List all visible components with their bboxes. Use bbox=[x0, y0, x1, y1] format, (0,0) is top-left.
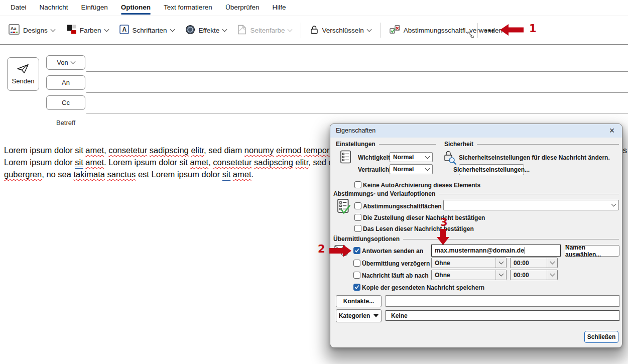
importance-label: Wichtigkeit bbox=[358, 154, 390, 161]
svg-text:Aa: Aa bbox=[11, 26, 17, 31]
categories-value: Keine bbox=[391, 312, 408, 319]
to-label: An bbox=[62, 79, 70, 86]
voting-buttons-combo[interactable] bbox=[443, 200, 619, 210]
seitenfarbe-label: Seitenfarbe bbox=[250, 27, 285, 34]
reply-to-value: max.mustermann@domain.de bbox=[435, 247, 524, 254]
defer-date-select[interactable]: Ohne bbox=[431, 258, 507, 268]
read-receipt-checkbox[interactable] bbox=[354, 225, 361, 232]
reply-to-checkbox[interactable] bbox=[353, 247, 360, 254]
seitenfarbe-button[interactable]: Seitenfarbe bbox=[234, 22, 295, 39]
verschluesseln-button[interactable]: Verschlüsseln bbox=[307, 22, 374, 39]
close-icon[interactable]: × bbox=[606, 125, 618, 137]
dialog-launcher-icon[interactable] bbox=[467, 31, 474, 40]
dropdown-triangle-icon bbox=[373, 314, 379, 317]
menu-ueberpruefen[interactable]: Überprüfen bbox=[219, 0, 266, 16]
read-receipt-label[interactable]: Das Lesen dieser Nachricht bestätigen bbox=[363, 225, 474, 232]
cc-field-line[interactable] bbox=[86, 113, 628, 113]
annotation-number-3: 3 bbox=[440, 216, 448, 228]
schriftarten-button[interactable]: A Schriftarten bbox=[116, 22, 178, 39]
contacts-field[interactable] bbox=[386, 295, 619, 307]
expires-date-select[interactable]: Ohne bbox=[431, 270, 507, 280]
voting-checkboxes-icon bbox=[390, 25, 400, 36]
designs-icon: Aa bbox=[9, 24, 20, 36]
group-abstimmung: Abstimmungs- und Verlaufoptionen bbox=[333, 190, 619, 197]
defer-time-select[interactable]: 00:00 bbox=[510, 258, 558, 268]
dialog-title: Eigenschaften bbox=[330, 124, 622, 138]
autoarchive-label[interactable]: Keine AutoArchivierung dieses Elements bbox=[363, 182, 480, 189]
ribbon-separator bbox=[380, 23, 381, 38]
menu-datei[interactable]: Datei bbox=[4, 0, 33, 16]
effekte-icon bbox=[185, 25, 195, 36]
reply-to-input[interactable]: max.mustermann@domain.de bbox=[431, 245, 561, 257]
security-lock-icon bbox=[444, 150, 457, 167]
chevron-down-icon bbox=[611, 202, 616, 207]
expires-time-select[interactable]: 00:00 bbox=[510, 270, 558, 280]
contacts-button[interactable]: Kontakte... bbox=[336, 295, 382, 307]
chevron-down-icon bbox=[498, 272, 504, 277]
group-uebermittlung: Übermittlungsoptionen bbox=[333, 235, 619, 242]
cc-button[interactable]: Cc bbox=[46, 95, 85, 110]
categories-field[interactable]: Keine bbox=[386, 310, 619, 321]
sensitivity-select[interactable]: Normal bbox=[390, 164, 433, 174]
expires-label[interactable]: Nachricht läuft ab nach bbox=[362, 272, 429, 279]
from-label: Von bbox=[57, 59, 68, 66]
voting-list-icon bbox=[337, 198, 351, 216]
cc-label: Cc bbox=[62, 99, 70, 106]
save-copy-checkbox[interactable] bbox=[353, 284, 360, 291]
defer-delivery-checkbox[interactable] bbox=[353, 260, 360, 267]
seitenfarbe-icon bbox=[237, 25, 246, 36]
settings-list-icon bbox=[340, 150, 352, 166]
subject-label: Betreff bbox=[46, 119, 85, 127]
verschluesseln-label: Verschlüsseln bbox=[322, 27, 363, 34]
to-field-line[interactable] bbox=[86, 92, 628, 93]
eigenschaften-dialog: Eigenschaften × Einstellungen Wichtigkei… bbox=[330, 124, 622, 348]
menu-hilfe[interactable]: Hilfe bbox=[266, 0, 292, 16]
chevron-down-icon bbox=[170, 27, 175, 32]
chevron-down-icon bbox=[222, 27, 227, 32]
lock-icon bbox=[310, 25, 318, 36]
select-names-button[interactable]: Namen auswählen... bbox=[565, 245, 619, 257]
annotation-arrow-left bbox=[500, 24, 524, 36]
menu-bar: Datei Nachricht Einfügen Optionen Text f… bbox=[0, 0, 628, 16]
voting-buttons-checkbox[interactable] bbox=[354, 202, 361, 209]
chevron-down-icon bbox=[288, 27, 293, 32]
reply-to-label[interactable]: Antworten senden an bbox=[362, 248, 423, 255]
svg-text:A: A bbox=[122, 26, 127, 33]
chevron-down-icon bbox=[550, 272, 555, 277]
defer-delivery-label[interactable]: Übermittlung verzögern bis bbox=[362, 260, 440, 267]
save-copy-label[interactable]: Kopie der gesendeten Nachricht speichern bbox=[362, 284, 484, 291]
menu-optionen[interactable]: Optionen bbox=[114, 0, 157, 16]
chevron-down-icon bbox=[50, 27, 55, 32]
group-sicherheit: Sicherheit bbox=[444, 141, 619, 148]
autoarchive-checkbox[interactable] bbox=[354, 181, 361, 188]
more-commands-button[interactable]: ••• bbox=[482, 23, 497, 37]
delivery-receipt-label[interactable]: Die Zustellung dieser Nachricht bestätig… bbox=[363, 214, 485, 221]
schriftarten-label: Schriftarten bbox=[133, 27, 167, 34]
menu-text-formatieren[interactable]: Text formatieren bbox=[157, 0, 219, 16]
to-button[interactable]: An bbox=[46, 75, 85, 90]
from-field-line[interactable] bbox=[86, 71, 628, 72]
security-settings-button[interactable]: Sicherheitseinstellungen... bbox=[459, 164, 524, 175]
categories-button[interactable]: Kategorien bbox=[336, 309, 382, 322]
menu-einfuegen[interactable]: Einfügen bbox=[75, 0, 114, 16]
menu-nachricht[interactable]: Nachricht bbox=[33, 0, 75, 16]
group-einstellungen: Einstellungen bbox=[336, 141, 436, 148]
text-cursor bbox=[525, 247, 525, 254]
annotation-number-2: 2 bbox=[318, 243, 325, 255]
annotation-number-1: 1 bbox=[529, 23, 537, 35]
close-dialog-button[interactable]: Schließen bbox=[584, 331, 618, 343]
farben-button[interactable]: Farben bbox=[63, 22, 112, 39]
send-button[interactable]: Senden bbox=[7, 57, 39, 91]
effekte-label: Effekte bbox=[199, 27, 220, 34]
farben-label: Farben bbox=[80, 27, 101, 34]
chevron-down-icon bbox=[425, 154, 430, 159]
expires-checkbox[interactable] bbox=[353, 272, 360, 279]
delivery-receipt-checkbox[interactable] bbox=[354, 214, 361, 221]
effekte-button[interactable]: Effekte bbox=[182, 22, 230, 39]
chevron-down-icon bbox=[425, 166, 430, 171]
schriftarten-icon: A bbox=[119, 25, 129, 36]
designs-button[interactable]: Aa Designs bbox=[5, 21, 58, 39]
chevron-down-icon bbox=[70, 59, 75, 64]
importance-select[interactable]: Normal bbox=[390, 152, 433, 162]
from-button[interactable]: Von bbox=[46, 55, 85, 70]
